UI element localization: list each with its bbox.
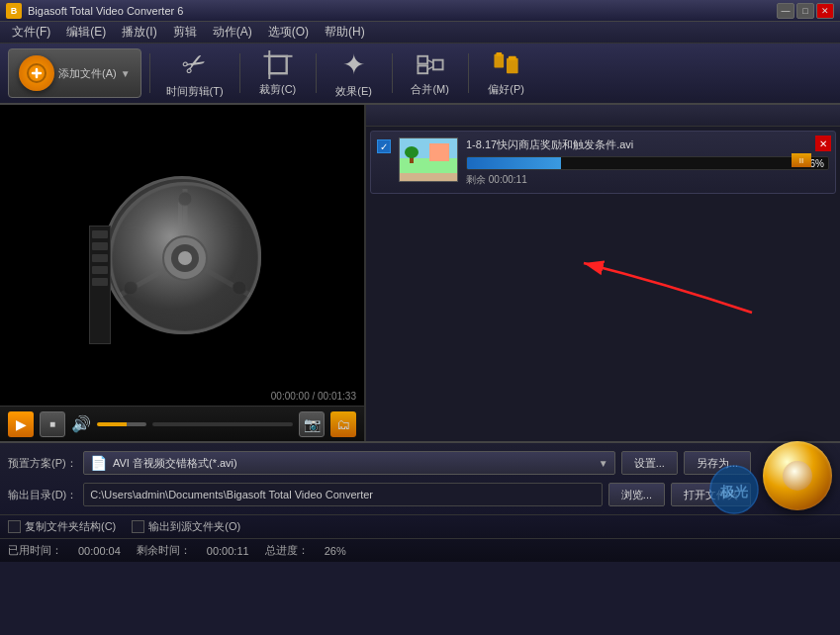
preset-dropdown-arrow[interactable]: ▼ — [599, 458, 608, 469]
svg-rect-30 — [400, 173, 458, 182]
window-title: Bigasoft Total Video Converter 6 — [28, 5, 183, 17]
file-progress-bar: 26% — [466, 156, 829, 170]
svg-rect-8 — [418, 55, 427, 63]
elapsed-value: 00:00:04 — [78, 545, 121, 557]
svg-rect-15 — [507, 57, 518, 72]
svg-rect-9 — [418, 65, 427, 73]
scissors-icon: ✂ — [176, 45, 212, 84]
toolbar-separator-5 — [468, 53, 469, 93]
watermark-svg: 极光 — [709, 465, 759, 514]
svg-rect-13 — [494, 53, 504, 67]
svg-rect-31 — [429, 143, 449, 161]
minimize-button[interactable]: — — [777, 3, 794, 19]
add-file-chevron[interactable]: ▼ — [121, 68, 131, 79]
merge-icon — [416, 50, 445, 79]
crop-button[interactable]: 裁剪(C) — [248, 46, 308, 101]
settings-label: 偏好(P) — [488, 82, 524, 97]
output-to-source-checkbox[interactable] — [132, 520, 144, 533]
file-progress-fill — [467, 157, 561, 169]
presets-area: 预置方案(P)： 📄 AVI 音视频交错格式(*.avi) ▼ 设置... 另存… — [0, 441, 840, 514]
close-button[interactable]: ✕ — [816, 3, 834, 19]
output-to-source-item: 输出到源文件夹(O) — [132, 519, 240, 534]
play-button[interactable]: ▶ — [8, 411, 34, 437]
maximize-button[interactable]: □ — [796, 3, 814, 19]
file-info: 1-8.17快闪商店奖励和触发条件.avi 26% 剩余 00:00:11 — [466, 137, 829, 187]
arrow-indicator — [564, 243, 762, 322]
video-preview-panel: 00:00:00 / 00:01:33 ▶ ■ 🔊 📷 🗂 — [0, 105, 366, 441]
preset-select-value: AVI 音视频交错格式(*.avi) — [113, 456, 593, 471]
file-name: 1-8.17快闪商店奖励和触发条件.avi — [466, 137, 829, 152]
preset-select-icon: 📄 — [90, 455, 107, 471]
file-thumbnail — [399, 137, 458, 182]
output-row: 输出目录(D)： 浏览... 打开文件夹 — [8, 481, 751, 508]
toolbar-separator-1 — [149, 53, 150, 93]
menu-file[interactable]: 文件(F) — [4, 22, 58, 43]
stop-button[interactable]: ■ — [40, 411, 65, 437]
status-bar: 已用时间： 00:00:04 剩余时间： 00:00:11 总进度： 26% — [0, 538, 840, 562]
reel-svg — [106, 179, 264, 337]
effect-button[interactable]: ✦ 效果(E) — [325, 46, 384, 101]
remaining-value: 00:00:11 — [207, 545, 249, 557]
menu-clip[interactable]: 剪辑 — [165, 22, 205, 43]
menu-play[interactable]: 播放(I) — [114, 22, 164, 43]
file-checkbox[interactable]: ✓ — [377, 139, 391, 153]
window-controls: — □ ✕ — [777, 3, 834, 19]
menu-bar: 文件(F) 编辑(E) 播放(I) 剪辑 动作(A) 选项(O) 帮助(H) — [0, 22, 840, 44]
file-list-header — [366, 105, 840, 127]
video-screen: 00:00:00 / 00:01:33 — [0, 105, 364, 406]
toolbar: 添加文件(A) ▼ ✂ 时间剪辑(T) 裁剪(C) ✦ 效果(E) — [0, 44, 840, 105]
total-pct-value: 26% — [325, 545, 346, 557]
preset-row: 预置方案(P)： 📄 AVI 音视频交错格式(*.avi) ▼ 设置... 另存… — [8, 449, 751, 477]
file-item: ✓ — [370, 131, 836, 194]
file-list-content[interactable]: ✓ — [366, 127, 840, 441]
settings-btn[interactable]: 设置... — [621, 451, 678, 475]
trim-label: 时间剪辑(T) — [166, 84, 224, 99]
menu-help[interactable]: 帮助(H) — [317, 22, 373, 43]
video-progress-bar[interactable] — [152, 422, 293, 426]
svg-rect-14 — [496, 51, 502, 55]
add-file-icon — [19, 55, 54, 91]
effect-label: 效果(E) — [335, 84, 372, 99]
menu-options[interactable]: 选项(O) — [260, 22, 317, 43]
screenshot-button[interactable]: 📷 — [299, 411, 325, 437]
menu-action[interactable]: 动作(A) — [205, 22, 260, 43]
svg-rect-3 — [269, 55, 286, 72]
app-icon: B — [6, 3, 22, 19]
title-bar-left: B Bigasoft Total Video Converter 6 — [6, 3, 183, 19]
film-reel — [103, 176, 261, 334]
convert-button[interactable] — [763, 441, 832, 510]
star-icon: ✦ — [342, 48, 365, 81]
svg-rect-16 — [509, 55, 516, 59]
settings-button[interactable]: 偏好(P) — [477, 46, 536, 101]
output-dir-input[interactable] — [83, 483, 603, 506]
menu-edit[interactable]: 编辑(E) — [58, 22, 114, 43]
trim-button[interactable]: ✂ 时间剪辑(T) — [158, 46, 232, 101]
copy-structure-checkbox[interactable] — [8, 520, 21, 533]
elapsed-label: 已用时间： — [8, 543, 62, 558]
toolbar-separator-4 — [392, 53, 393, 93]
svg-rect-29 — [400, 158, 458, 173]
time-display: 00:00:00 / 00:01:33 — [271, 391, 356, 402]
file-remaining: 剩余 00:00:11 — [466, 173, 829, 187]
thumbnail-svg — [400, 138, 458, 182]
svg-point-27 — [178, 251, 192, 265]
speaker-icon[interactable]: 🔊 — [71, 414, 91, 433]
browse-btn[interactable]: 浏览... — [608, 483, 665, 506]
merge-button[interactable]: 合并(M) — [401, 46, 460, 101]
thumb-scene-preview — [400, 138, 457, 181]
convert-orb-inner — [783, 461, 812, 491]
main-content: 00:00:00 / 00:01:33 ▶ ■ 🔊 📷 🗂 ✓ — [0, 105, 840, 441]
file-close-button[interactable]: ✕ — [815, 136, 831, 151]
watermark: 极光 — [709, 465, 759, 514]
add-file-button[interactable]: 添加文件(A) ▼ — [8, 48, 141, 98]
volume-slider[interactable] — [97, 422, 146, 426]
file-pause-button[interactable]: II — [792, 153, 811, 167]
file-list-panel: ✓ — [366, 105, 840, 441]
film-reel-container — [103, 176, 261, 334]
toolbar-separator-2 — [239, 53, 240, 93]
preset-select[interactable]: 📄 AVI 音视频交错格式(*.avi) ▼ — [83, 451, 615, 475]
output-label: 输出目录(D)： — [8, 488, 77, 502]
merge-label: 合并(M) — [411, 82, 449, 97]
output-folder-button[interactable]: 🗂 — [330, 411, 356, 437]
film-strip — [89, 226, 111, 344]
